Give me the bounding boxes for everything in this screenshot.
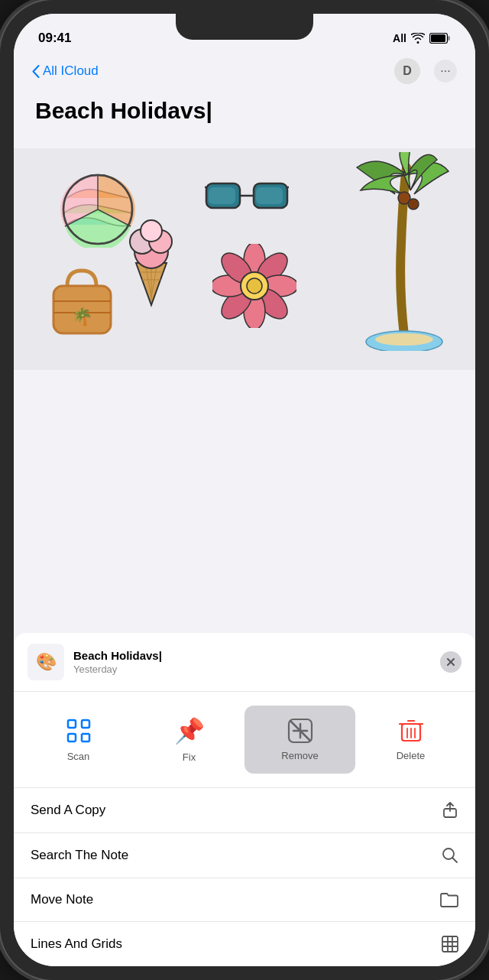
- svg-line-65: [453, 858, 458, 863]
- status-icons: All: [393, 32, 451, 44]
- svg-point-17: [408, 199, 419, 209]
- svg-point-38: [247, 278, 262, 294]
- phone-screen: 09:41 All: [14, 14, 475, 966]
- note-preview-date: Yesterday: [73, 664, 440, 675]
- status-time: 09:41: [38, 31, 71, 46]
- grid-icon: [442, 936, 458, 952]
- close-icon: [447, 658, 455, 666]
- avatar[interactable]: D: [394, 58, 420, 84]
- svg-point-28: [141, 220, 162, 242]
- scan-icon: [65, 717, 92, 745]
- fix-label: Fix: [183, 751, 196, 763]
- phone-frame: 09:41 All: [0, 0, 489, 980]
- svg-rect-1: [431, 34, 445, 42]
- nav-back-button[interactable]: All ICloud: [32, 63, 99, 79]
- scan-label: Scan: [67, 751, 90, 762]
- remove-button[interactable]: Remove: [244, 706, 355, 774]
- remove-icon: [287, 718, 313, 744]
- battery-icon: [429, 33, 451, 44]
- remove-label: Remove: [281, 750, 318, 761]
- carrier-label: All: [393, 32, 406, 44]
- trash-icon: [399, 718, 423, 744]
- scan-button[interactable]: Scan: [23, 706, 134, 774]
- folder-icon: [440, 892, 458, 907]
- search-icon: [442, 847, 458, 864]
- send-copy-item[interactable]: Send A Copy: [14, 788, 475, 833]
- note-thumbnail: 🎨: [28, 644, 64, 680]
- stickers-area: 🌴: [14, 148, 475, 370]
- note-title[interactable]: Beach Holidavs|: [35, 98, 454, 124]
- close-button[interactable]: [440, 651, 461, 673]
- move-note-item[interactable]: Move Note: [14, 878, 475, 922]
- bottom-sheet: 🎨 Beach Holidavs| Yesterday: [14, 633, 475, 966]
- fix-button[interactable]: 📌 Fix: [134, 706, 244, 774]
- avatar-label: D: [403, 64, 412, 78]
- note-content: Beach Holidavs|: [14, 92, 475, 148]
- svg-point-19: [375, 333, 433, 346]
- pin-icon: 📌: [174, 716, 205, 745]
- note-preview-row: 🎨 Beach Holidavs| Yesterday: [14, 633, 475, 692]
- flower-sticker: [212, 244, 296, 343]
- nav-actions: D ···: [394, 58, 457, 84]
- lines-grids-label: Lines And Grids: [31, 936, 122, 952]
- nav-bar: All ICloud D ···: [14, 52, 475, 92]
- ice-cream-sticker: [121, 209, 182, 323]
- beach-bag-sticker: 🌴: [46, 263, 118, 352]
- delete-label: Delete: [397, 750, 426, 761]
- svg-rect-47: [82, 720, 89, 728]
- svg-rect-14: [209, 187, 235, 204]
- notch: [176, 14, 313, 40]
- more-icon: ···: [440, 64, 450, 78]
- svg-rect-2: [448, 36, 450, 41]
- svg-rect-48: [68, 734, 76, 741]
- note-preview-info: Beach Holidavs| Yesterday: [73, 649, 440, 675]
- sunglasses-sticker: [205, 167, 289, 230]
- svg-text:🌴: 🌴: [72, 307, 93, 327]
- back-label: All ICloud: [43, 63, 99, 79]
- svg-rect-15: [256, 187, 283, 204]
- delete-button[interactable]: Delete: [355, 706, 466, 774]
- wifi-icon: [411, 33, 425, 44]
- search-note-label: Search The Note: [31, 848, 128, 863]
- palm-tree-sticker: [349, 152, 460, 370]
- svg-rect-66: [442, 936, 458, 952]
- search-note-item[interactable]: Search The Note: [14, 833, 475, 878]
- lines-grids-item[interactable]: Lines And Grids: [14, 922, 475, 966]
- svg-rect-46: [68, 720, 76, 728]
- note-preview-title: Beach Holidavs|: [73, 649, 440, 662]
- action-row: Scan 📌 Fix Remove: [14, 692, 475, 788]
- send-copy-label: Send A Copy: [31, 803, 105, 818]
- chevron-left-icon: [32, 65, 40, 78]
- more-button[interactable]: ···: [434, 60, 457, 83]
- move-note-label: Move Note: [31, 892, 93, 907]
- share-icon: [442, 802, 458, 819]
